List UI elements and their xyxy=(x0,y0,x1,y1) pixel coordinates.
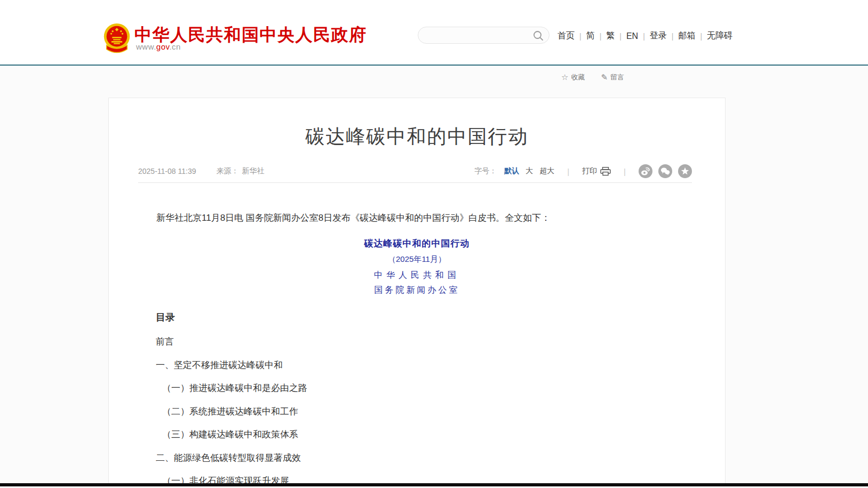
document-title: 碳达峰碳中和的中国行动 xyxy=(109,237,725,250)
document-issuer-line2: 国务院新闻办公室 xyxy=(109,285,725,296)
nav-separator: | xyxy=(619,32,622,41)
nav-item-6[interactable]: 邮箱 xyxy=(678,30,695,42)
nav-item-2[interactable]: 简 xyxy=(586,30,595,42)
article-meta-right: 字号： 默认大超大 | 打印 | xyxy=(474,164,692,178)
toc-item: （二）系统推进碳达峰碳中和工作 xyxy=(156,406,693,430)
article-meta-row: 2025-11-08 11:39 来源： 新华社 字号： 默认大超大 | 打印 … xyxy=(138,164,692,178)
site-header: 中华人民共和国中央人民政府 www.gov.cn 首页|简|繁|EN|登录|邮箱… xyxy=(0,0,868,65)
article-title: 碳达峰碳中和的中国行动 xyxy=(109,124,725,150)
print-label: 打印 xyxy=(582,166,597,176)
article-container: 碳达峰碳中和的中国行动 2025-11-08 11:39 来源： 新华社 字号：… xyxy=(108,98,726,488)
article-source: 来源： 新华社 xyxy=(216,166,264,176)
nav-separator: | xyxy=(672,32,674,41)
site-url-prefix: www. xyxy=(136,42,156,51)
weibo-share-icon[interactable] xyxy=(639,164,652,178)
font-size-option-3[interactable]: 超大 xyxy=(539,166,554,176)
search-input[interactable] xyxy=(426,29,529,42)
message-label: 留言 xyxy=(610,73,624,82)
nav-item-5[interactable]: 登录 xyxy=(650,30,667,42)
toc-item: 前言 xyxy=(156,337,693,360)
favorite-label: 收藏 xyxy=(571,73,585,82)
nav-item-7[interactable]: 无障碍 xyxy=(707,30,732,42)
nav-item-3[interactable]: 繁 xyxy=(606,30,615,42)
nav-item-1[interactable]: 首页 xyxy=(558,30,575,42)
search-icon[interactable] xyxy=(532,30,544,42)
national-emblem-logo[interactable] xyxy=(101,21,132,55)
nav-item-4[interactable]: EN xyxy=(626,31,638,41)
toc-item: （一）推进碳达峰碳中和是必由之路 xyxy=(156,383,693,406)
site-url-main: gov xyxy=(156,42,170,51)
article-meta-left: 2025-11-08 11:39 来源： 新华社 xyxy=(138,166,264,176)
print-button[interactable]: 打印 xyxy=(582,166,611,176)
font-size-option-1[interactable]: 默认 xyxy=(504,166,519,176)
share-buttons xyxy=(639,164,692,178)
font-size-label: 字号： xyxy=(474,166,497,176)
nav-separator: | xyxy=(700,32,702,41)
toc-heading: 目录 xyxy=(156,311,175,324)
printer-icon xyxy=(600,167,611,176)
meta-divider: | xyxy=(567,167,569,176)
favorite-button[interactable]: ☆ 收藏 xyxy=(561,73,585,82)
page-actions: ☆ 收藏 ✎ 留言 xyxy=(561,73,624,82)
nav-separator: | xyxy=(579,32,582,41)
site-url-suffix: .cn xyxy=(169,42,181,51)
site-url[interactable]: www.gov.cn xyxy=(136,42,181,51)
toc-item: （三）构建碳达峰碳中和政策体系 xyxy=(156,429,693,453)
document-date: （2025年11月） xyxy=(109,254,725,265)
toc-item: 一、坚定不移推进碳达峰碳中和 xyxy=(156,360,693,383)
font-size-options: 默认大超大 xyxy=(504,166,554,176)
top-nav: 首页|简|繁|EN|登录|邮箱|无障碍 xyxy=(558,30,732,42)
search-box[interactable] xyxy=(418,27,550,44)
source-value[interactable]: 新华社 xyxy=(242,166,264,176)
source-label: 来源： xyxy=(216,166,238,176)
nav-separator: | xyxy=(600,32,602,41)
meta-divider: | xyxy=(624,167,626,176)
article-lead-paragraph: 新华社北京11月8日电 国务院新闻办公室8日发布《碳达峰碳中和的中国行动》白皮书… xyxy=(138,212,696,225)
message-button[interactable]: ✎ 留言 xyxy=(601,73,624,82)
star-share-icon[interactable] xyxy=(678,164,692,178)
meta-separator-line xyxy=(138,182,692,183)
star-icon: ☆ xyxy=(561,73,568,82)
article-date: 2025-11-08 11:39 xyxy=(138,167,196,175)
nav-separator: | xyxy=(643,32,645,41)
pencil-icon: ✎ xyxy=(601,73,608,82)
toc-item: 二、能源绿色低碳转型取得显著成效 xyxy=(156,453,693,476)
document-issuer-line1: 中华人民共和国 xyxy=(109,270,725,281)
wechat-share-icon[interactable] xyxy=(658,164,672,178)
toc-list: 前言一、坚定不移推进碳达峰碳中和（一）推进碳达峰碳中和是必由之路（二）系统推进碳… xyxy=(156,337,693,488)
font-size-option-2[interactable]: 大 xyxy=(525,166,533,176)
